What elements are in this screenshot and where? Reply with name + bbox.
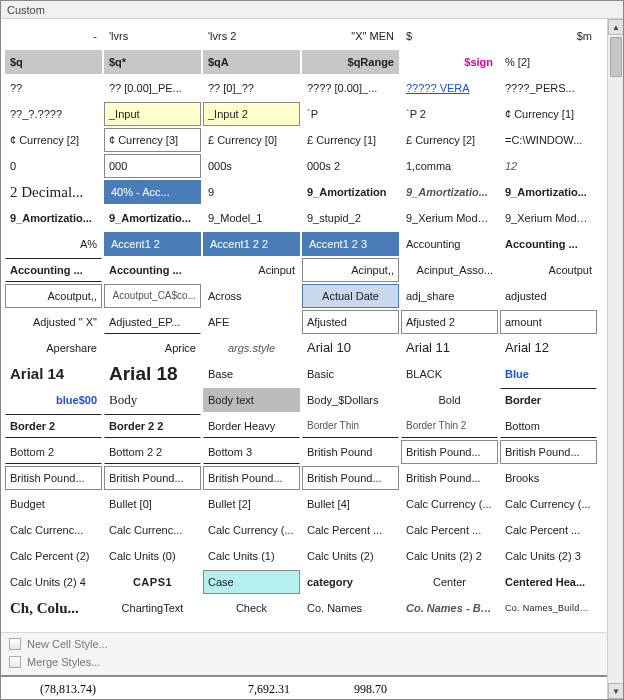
style-cell[interactable]: $ (401, 24, 498, 48)
style-cell[interactable]: Centered Hea... (500, 570, 597, 594)
style-cell[interactable]: Calc Currency (... (401, 492, 498, 516)
style-cell[interactable]: Acinput (203, 258, 300, 282)
style-cell[interactable]: Border Heavy (203, 414, 300, 438)
new-cell-style-link[interactable]: New Cell Style... (9, 635, 615, 653)
style-cell[interactable]: Border 2 2 (104, 414, 201, 438)
scroll-down-button[interactable]: ▼ (608, 683, 624, 699)
style-cell[interactable]: Check (203, 596, 300, 620)
style-cell[interactable]: Bullet [2] (203, 492, 300, 516)
style-cell[interactable]: Bold (401, 388, 498, 412)
style-cell[interactable]: Calc Units (0) (104, 544, 201, 568)
style-cell[interactable]: adjusted (500, 284, 597, 308)
style-cell[interactable]: Aprice (104, 336, 201, 360)
style-cell[interactable]: 9_Amortization (302, 180, 399, 204)
style-cell[interactable]: Bullet [4] (302, 492, 399, 516)
style-cell[interactable]: _Input 2 (203, 102, 300, 126)
style-cell[interactable]: 9_Model_1 (203, 206, 300, 230)
style-cell[interactable]: Acinput_Asso... (401, 258, 498, 282)
style-cell[interactable]: 9_Amortizatio... (5, 206, 102, 230)
style-cell[interactable]: 9_Amortizatio... (401, 180, 498, 204)
style-cell[interactable]: British Pound... (302, 466, 399, 490)
style-cell[interactable]: Calc Currency (... (203, 518, 300, 542)
style-cell[interactable]: $q (5, 50, 102, 74)
style-cell[interactable]: $qA (203, 50, 300, 74)
style-cell[interactable]: Co. Names_Buildup... (500, 596, 597, 620)
style-cell[interactable]: Co. Names - Bo... (401, 596, 498, 620)
style-cell[interactable]: "X" MEN (302, 24, 399, 48)
merge-styles-link[interactable]: Merge Styles... (9, 653, 615, 671)
style-cell[interactable]: Afjusted (302, 310, 399, 334)
style-cell[interactable]: Budget (5, 492, 102, 516)
scroll-thumb[interactable] (610, 37, 622, 77)
style-cell[interactable]: Calc Units (2) (302, 544, 399, 568)
style-cell[interactable]: ????? VERA (401, 76, 498, 100)
style-cell[interactable]: 000 (104, 154, 201, 178)
style-cell[interactable]: Bottom 3 (203, 440, 300, 464)
style-cell[interactable]: % [2] (500, 50, 597, 74)
style-cell[interactable]: Calc Currency (... (500, 492, 597, 516)
style-cell[interactable]: Border Thin (302, 414, 399, 438)
scroll-up-button[interactable]: ▲ (608, 19, 624, 35)
style-cell[interactable]: args.style (203, 336, 300, 360)
style-cell[interactable]: ¢ Currency [3] (104, 128, 201, 152)
style-cell[interactable]: Across (203, 284, 300, 308)
style-cell[interactable]: 000s 2 (302, 154, 399, 178)
style-cell[interactable]: ?? [0]_?? (203, 76, 300, 100)
style-cell[interactable]: Arial 11 (401, 336, 498, 360)
style-cell[interactable]: Accounting ... (500, 232, 597, 256)
style-cell[interactable]: Calc Units (1) (203, 544, 300, 568)
style-cell[interactable]: Accounting ... (5, 258, 102, 282)
style-cell[interactable]: Border (500, 388, 597, 412)
style-cell[interactable]: 40% - Acc... (104, 180, 201, 204)
style-cell[interactable]: Acoutput,, (5, 284, 102, 308)
style-cell[interactable]: Border 2 (5, 414, 102, 438)
style-cell[interactable]: Body (104, 388, 201, 412)
style-cell[interactable]: Bottom 2 (5, 440, 102, 464)
style-cell[interactable]: $q* (104, 50, 201, 74)
style-cell[interactable]: Body_$Dollars (302, 388, 399, 412)
style-cell[interactable]: ¢ Currency [1] (500, 102, 597, 126)
style-cell[interactable]: `P 2 (401, 102, 498, 126)
style-cell[interactable]: £ Currency [0] (203, 128, 300, 152)
style-cell[interactable]: amount (500, 310, 597, 334)
style-cell[interactable]: =C:\WINDOW... (500, 128, 597, 152)
style-cell[interactable]: Acoutput_CA$co... (104, 284, 201, 308)
style-cell[interactable]: blue$00 (5, 388, 102, 412)
style-cell[interactable]: AFE (203, 310, 300, 334)
style-cell[interactable]: £ Currency [1] (302, 128, 399, 152)
style-cell[interactable]: Calc Units (2) 3 (500, 544, 597, 568)
style-cell[interactable]: Adjusted " X" (5, 310, 102, 334)
style-cell[interactable]: $sign (401, 50, 498, 74)
style-cell[interactable]: £ Currency [2] (401, 128, 498, 152)
style-cell[interactable]: Arial 14 (5, 362, 102, 386)
style-cell[interactable]: 12 (500, 154, 597, 178)
style-cell[interactable]: Calc Percent ... (302, 518, 399, 542)
style-cell[interactable]: British Pound... (104, 466, 201, 490)
style-cell[interactable]: Calc Units (2) 4 (5, 570, 102, 594)
style-cell[interactable]: Accounting ... (104, 258, 201, 282)
style-cell[interactable]: Case (203, 570, 300, 594)
style-cell[interactable]: Adjusted_EP... (104, 310, 201, 334)
style-cell[interactable]: ???? [0.00]_... (302, 76, 399, 100)
style-cell[interactable]: British Pound... (5, 466, 102, 490)
style-cell[interactable]: 0 (5, 154, 102, 178)
style-cell[interactable]: Arial 18 (104, 362, 201, 386)
style-cell[interactable]: 9_Xerium Model ... (500, 206, 597, 230)
style-cell[interactable]: 9_stupid_2 (302, 206, 399, 230)
style-cell[interactable]: 2 Decimal... (5, 180, 102, 204)
style-cell[interactable]: British Pound... (401, 440, 498, 464)
style-cell[interactable]: Calc Currenc... (104, 518, 201, 542)
style-cell[interactable]: British Pound... (500, 440, 597, 464)
style-cell[interactable]: 9_Xerium Model ... (401, 206, 498, 230)
style-cell[interactable]: Accent1 2 2 (203, 232, 300, 256)
style-cell[interactable]: Co. Names (302, 596, 399, 620)
style-cell[interactable]: Accent1 2 (104, 232, 201, 256)
style-cell[interactable]: British Pound... (401, 466, 498, 490)
style-cell[interactable]: adj_share (401, 284, 498, 308)
style-cell[interactable]: Calc Units (2) 2 (401, 544, 498, 568)
style-cell[interactable]: 9 (203, 180, 300, 204)
style-cell[interactable]: Afjusted 2 (401, 310, 498, 334)
style-cell[interactable]: `P (302, 102, 399, 126)
style-cell[interactable]: ChartingText (104, 596, 201, 620)
style-cell[interactable]: Base (203, 362, 300, 386)
